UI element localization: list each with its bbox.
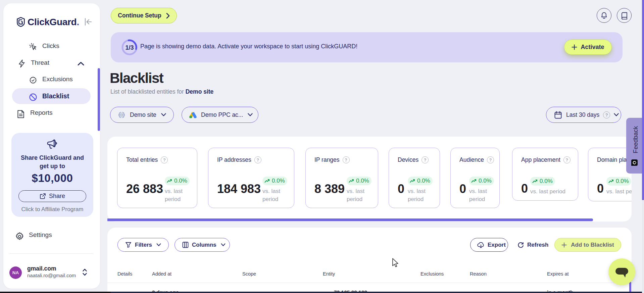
svg-text:1/3: 1/3: [125, 44, 134, 51]
